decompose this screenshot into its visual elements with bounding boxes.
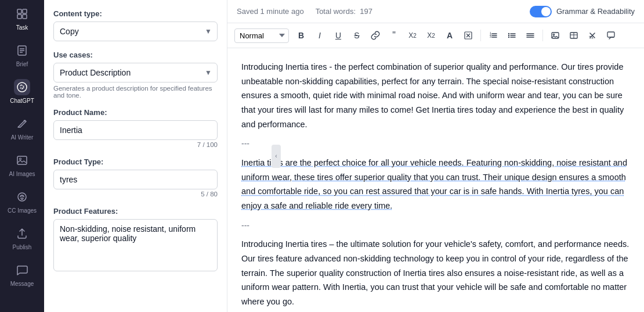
nav-label-ai-images: AI Images [9, 171, 35, 177]
svg-rect-2 [17, 15, 21, 19]
product-type-label: Product Type: [53, 157, 218, 166]
nav-label-ai-writer: AI Writer [11, 134, 34, 141]
table-button[interactable] [565, 27, 583, 44]
svg-rect-36 [607, 32, 614, 37]
nav-label-chatgpt: ChatGPT [10, 98, 34, 104]
image-button[interactable] [547, 27, 564, 44]
nav-item-ai-images[interactable]: AI Images [0, 146, 44, 183]
text-color-button[interactable]: A [441, 27, 458, 44]
product-name-label: Product Name: [53, 108, 218, 117]
nav-label-message: Message [10, 281, 34, 287]
content-type-select-wrapper: Copy Article Blog Post Email ▼ [53, 21, 218, 41]
editor-area[interactable]: Introducing Inertia tires - the perfect … [227, 48, 644, 312]
ai-images-icon [14, 152, 30, 168]
sidebar: Content type: Copy Article Blog Post Ema… [44, 0, 227, 312]
separator-2: --- [241, 219, 630, 233]
strikethrough-button[interactable]: S [348, 27, 366, 44]
style-select[interactable]: Normal Heading 1 Heading 2 Heading 3 [234, 28, 289, 43]
nav-label-cc-images: CC Images [8, 207, 37, 214]
align-button[interactable] [522, 27, 539, 44]
word-count: Total words: 197 [316, 7, 372, 16]
content-type-select[interactable]: Copy Article Blog Post Email [53, 21, 218, 41]
paragraph-3: Introducing Inertia tires – the ultimate… [241, 237, 630, 309]
nav-label-task: Task [16, 24, 28, 31]
chatgpt-icon [14, 79, 30, 95]
grammar-label: Grammar & Readability [556, 7, 635, 16]
toolbar: Normal Heading 1 Heading 2 Heading 3 B I… [227, 23, 644, 48]
link-button[interactable] [367, 27, 384, 44]
cc-images-icon [14, 189, 30, 205]
svg-point-8 [17, 83, 27, 92]
publish-icon [14, 225, 30, 242]
svg-point-24 [508, 33, 509, 34]
highlight-button[interactable] [460, 27, 477, 44]
svg-rect-0 [17, 9, 21, 13]
separator-1: --- [241, 137, 630, 151]
svg-rect-1 [23, 9, 27, 13]
collapse-handle[interactable]: ‹ [272, 145, 281, 168]
content-type-section: Content type: Copy Article Blog Post Ema… [53, 9, 218, 41]
nav-item-chatgpt[interactable]: ChatGPT [0, 73, 44, 110]
style-select-wrapper: Normal Heading 1 Heading 2 Heading 3 [234, 28, 291, 43]
message-icon [14, 262, 30, 278]
nav-label-publish: Publish [13, 244, 32, 250]
left-nav: Task Brief ChatGPT AI Writ [0, 0, 44, 312]
top-bar: Saved 1 minute ago Total words: 197 Gram… [227, 0, 644, 23]
nav-item-brief[interactable]: Brief [0, 37, 44, 73]
use-cases-select[interactable]: Product Description Social Media Ad Copy… [53, 63, 218, 83]
bold-button[interactable]: B [292, 27, 310, 44]
svg-point-25 [508, 35, 509, 36]
product-features-section: Product Features: Non-skidding, noise re… [53, 207, 218, 274]
toolbar-divider-2 [542, 30, 543, 41]
use-cases-label: Use cases: [53, 51, 218, 59]
svg-point-26 [508, 37, 509, 38]
product-name-input[interactable] [53, 120, 218, 140]
clear-format-button[interactable]: Tx [584, 27, 601, 44]
italic-button[interactable]: I [311, 27, 328, 44]
comment-button[interactable] [602, 27, 620, 44]
paragraph-1: Introducing Inertia tires - the perfect … [241, 60, 630, 131]
product-features-label: Product Features: [53, 207, 218, 216]
svg-text:Tx: Tx [589, 35, 594, 40]
use-cases-section: Use cases: Product Description Social Me… [53, 51, 218, 99]
save-status: Saved 1 minute ago [237, 7, 304, 16]
svg-point-31 [553, 34, 554, 35]
product-type-input[interactable] [53, 170, 218, 189]
nav-label-brief: Brief [16, 61, 28, 67]
product-name-section: Product Name: 7 / 100 [53, 108, 218, 148]
content-type-label: Content type: [53, 9, 218, 18]
nav-item-cc-images[interactable]: CC Images [0, 183, 44, 220]
product-features-input[interactable]: Non-skidding, noise resistant, uniform w… [53, 219, 218, 271]
subscript-button[interactable]: X2 [404, 27, 421, 44]
product-type-char-count: 5 / 80 [53, 191, 218, 198]
grammar-toggle-container: Grammar & Readability [530, 6, 635, 17]
use-cases-helper: Generates a product description for spec… [53, 85, 218, 99]
ai-writer-icon [14, 116, 30, 132]
toolbar-divider-1 [480, 30, 481, 41]
nav-item-task[interactable]: Task [0, 0, 44, 37]
product-type-section: Product Type: 5 / 80 [53, 157, 218, 198]
ordered-list-button[interactable]: 123 [484, 27, 502, 44]
toggle-knob [541, 7, 551, 16]
main-editor: Saved 1 minute ago Total words: 197 Gram… [227, 0, 644, 312]
blockquote-button[interactable]: " [385, 27, 403, 44]
underline-button[interactable]: U [330, 27, 347, 44]
grammar-toggle[interactable] [530, 6, 552, 17]
brief-icon [14, 42, 30, 59]
svg-rect-3 [23, 15, 27, 19]
superscript-button[interactable]: X2 [422, 27, 440, 44]
svg-rect-9 [17, 156, 27, 164]
use-cases-select-wrapper: Product Description Social Media Ad Copy… [53, 63, 218, 83]
nav-item-ai-writer[interactable]: AI Writer [0, 110, 44, 146]
svg-text:3: 3 [490, 35, 491, 38]
task-icon [14, 6, 30, 22]
nav-item-publish[interactable]: Publish [0, 220, 44, 256]
content-area: Content type: Copy Article Blog Post Ema… [44, 0, 644, 312]
nav-item-message[interactable]: Message [0, 256, 44, 293]
unordered-list-button[interactable] [503, 27, 520, 44]
word-count-value: 197 [360, 7, 372, 16]
paragraph-2: Inertia tires are the perfect choice for… [241, 156, 630, 213]
product-name-char-count: 7 / 100 [53, 141, 218, 148]
svg-point-10 [20, 158, 21, 160]
word-count-label: Total words: [316, 7, 356, 16]
